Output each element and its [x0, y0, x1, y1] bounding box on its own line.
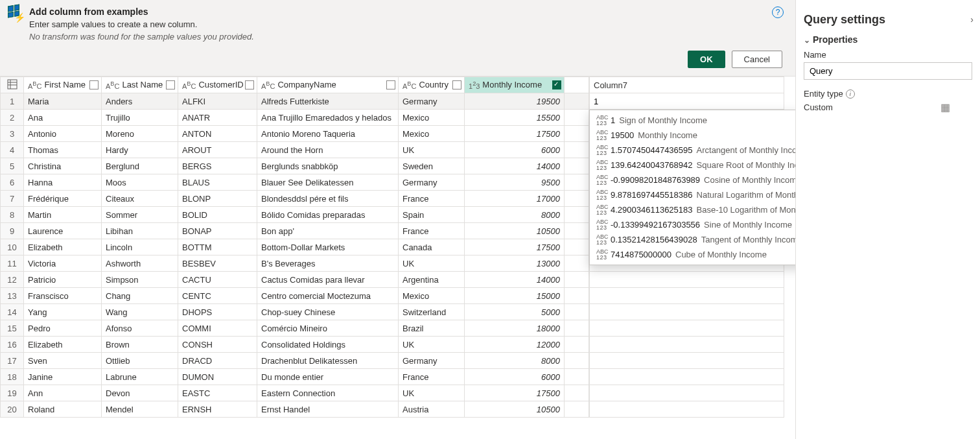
suggestion-item[interactable]: ABC1237414875000000Cube of Monthly Incom… [590, 247, 795, 262]
example-row[interactable] [590, 385, 784, 401]
cell-company-name[interactable]: Bólido Comidas preparadas [257, 207, 399, 223]
cell-monthly-income[interactable]: 15000 [465, 288, 565, 304]
cell-first-name[interactable]: Maria [24, 93, 102, 110]
cell-customer-id[interactable]: COMMI [178, 320, 257, 337]
cell-monthly-income[interactable]: 15500 [465, 110, 565, 126]
example-row[interactable] [590, 353, 784, 369]
example-empty-cell[interactable] [590, 369, 784, 385]
checkbox-first-name[interactable] [89, 80, 99, 89]
cell-first-name[interactable]: Ann [24, 385, 102, 401]
col-new[interactable]: Column7 [590, 77, 784, 93]
cell-customer-id[interactable]: DRACD [178, 353, 257, 369]
table-row[interactable]: 19AnnDevonEASTCEastern ConnectionUK17500 [1, 385, 589, 401]
cell-customer-id[interactable]: CENTC [178, 288, 257, 304]
cell-last-name[interactable]: Ottlieb [102, 353, 178, 369]
cell-monthly-income[interactable]: 17500 [465, 239, 565, 255]
cell-monthly-income[interactable]: 17500 [465, 126, 565, 142]
cell-last-name[interactable]: Ashworth [102, 255, 178, 272]
cell-last-name[interactable]: Citeaux [102, 191, 178, 207]
table-row[interactable]: 7FrédériqueCiteauxBLONPBlondesddsl pére … [1, 191, 589, 207]
cell-monthly-income[interactable]: 6000 [465, 142, 565, 158]
suggestion-item[interactable]: ABC1230.13521428156439028Tangent of Mont… [590, 232, 795, 247]
example-row[interactable] [590, 288, 784, 304]
cell-company-name[interactable]: Bon app' [257, 223, 399, 239]
example-empty-cell[interactable] [590, 272, 784, 288]
cell-monthly-income[interactable]: 19500 [465, 93, 565, 110]
cell-country[interactable]: Mexico [399, 288, 465, 304]
table-row[interactable]: 15PedroAfonsoCOMMIComércio MineiroBrazil… [1, 320, 589, 337]
example-empty-cell[interactable] [590, 401, 784, 418]
expand-icon[interactable]: › [970, 14, 974, 25]
suggestion-item[interactable]: ABC123-0.99098201848763989Cosine of Mont… [590, 172, 795, 187]
table-row[interactable]: 18JanineLabruneDUMONDu monde entierFranc… [1, 369, 589, 385]
cell-last-name[interactable]: Berglund [102, 158, 178, 174]
cell-last-name[interactable]: Labrune [102, 369, 178, 385]
cell-monthly-income[interactable]: 5000 [465, 304, 565, 320]
cell-last-name[interactable]: Brown [102, 337, 178, 353]
cell-monthly-income[interactable]: 18000 [465, 320, 565, 337]
cell-company-name[interactable]: Drachenblut Delikatessen [257, 353, 399, 369]
cell-first-name[interactable]: Yang [24, 304, 102, 320]
cell-company-name[interactable]: Du monde entier [257, 369, 399, 385]
table-row[interactable]: 9LaurenceLibihanBONAPBon app'France10500 [1, 223, 589, 239]
cell-first-name[interactable]: Elizabeth [24, 337, 102, 353]
cell-customer-id[interactable]: ERNSH [178, 401, 257, 418]
cell-customer-id[interactable]: EASTC [178, 385, 257, 401]
cell-company-name[interactable]: Blauer See Delikatessen [257, 174, 399, 191]
table-row[interactable]: 17SvenOttliebDRACDDrachenblut Delikatess… [1, 353, 589, 369]
cell-customer-id[interactable]: BOTTM [178, 239, 257, 255]
cell-first-name[interactable]: Franscisco [24, 288, 102, 304]
suggestion-item[interactable]: ABC1239.8781697445518386Natural Logarith… [590, 187, 795, 202]
cell-customer-id[interactable]: BESBEV [178, 255, 257, 272]
cell-country[interactable]: Canada [399, 239, 465, 255]
cell-country[interactable]: Germany [399, 174, 465, 191]
table-row[interactable]: 3AntonioMorenoANTONAntonio Moreno Taquer… [1, 126, 589, 142]
cell-first-name[interactable]: Frédérique [24, 191, 102, 207]
table-corner-icon[interactable] [1, 77, 24, 93]
cell-last-name[interactable]: Trujillo [102, 110, 178, 126]
suggestion-item[interactable]: ABC1231.5707450447436595Arctangent of Mo… [590, 143, 795, 158]
cell-company-name[interactable]: Berglunds snabbköp [257, 158, 399, 174]
example-empty-cell[interactable] [590, 288, 784, 304]
cell-last-name[interactable]: Afonso [102, 320, 178, 337]
example-empty-cell[interactable] [590, 385, 784, 401]
cell-first-name[interactable]: Patricio [24, 272, 102, 288]
cell-customer-id[interactable]: BLONP [178, 191, 257, 207]
table-row[interactable]: 6HannaMoosBLAUSBlauer See DelikatessenGe… [1, 174, 589, 191]
cell-monthly-income[interactable]: 8000 [465, 353, 565, 369]
table-row[interactable]: 2AnaTrujilloANATRAna Trujillo Emaredados… [1, 110, 589, 126]
table-row[interactable]: 20RolandMendelERNSHErnst HandelAustria10… [1, 401, 589, 418]
example-row[interactable] [590, 320, 784, 337]
cell-last-name[interactable]: Chang [102, 288, 178, 304]
checkbox-last-name[interactable] [166, 80, 175, 89]
cell-country[interactable]: Sweden [399, 158, 465, 174]
table-row[interactable]: 10ElizabethLincolnBOTTMBottom-Dollar Mar… [1, 239, 589, 255]
cell-company-name[interactable]: Antonio Moreno Taqueria [257, 126, 399, 142]
cell-first-name[interactable]: Sven [24, 353, 102, 369]
cell-customer-id[interactable]: DUMON [178, 369, 257, 385]
cell-monthly-income[interactable]: 12000 [465, 337, 565, 353]
cell-first-name[interactable]: Ana [24, 110, 102, 126]
example-input[interactable] [594, 97, 780, 106]
table-row[interactable]: 12PatricioSimpsonCACTUCactus Comidas par… [1, 272, 589, 288]
cell-company-name[interactable]: Eastern Connection [257, 385, 399, 401]
cell-country[interactable]: Spain [399, 207, 465, 223]
info-icon[interactable]: i [846, 89, 855, 99]
table-row[interactable]: 1MariaAndersALFKIAlfreds FutterkisteGerm… [1, 93, 589, 110]
cell-company-name[interactable]: B's Beverages [257, 255, 399, 272]
cell-country[interactable]: UK [399, 337, 465, 353]
suggestion-item[interactable]: ABC1234.2900346113625183Base-10 Logarith… [590, 202, 795, 217]
cell-country[interactable]: Mexico [399, 126, 465, 142]
cancel-button[interactable]: Cancel [732, 51, 782, 68]
cell-last-name[interactable]: Moos [102, 174, 178, 191]
cell-country[interactable]: Mexico [399, 110, 465, 126]
cell-monthly-income[interactable]: 17000 [465, 191, 565, 207]
example-empty-cell[interactable] [590, 337, 784, 353]
cell-customer-id[interactable]: BERGS [178, 158, 257, 174]
suggestion-item[interactable]: ABC12319500Monthly Income [590, 128, 795, 143]
cell-company-name[interactable]: Ana Trujillo Emaredados y helados [257, 110, 399, 126]
cell-country[interactable]: UK [399, 385, 465, 401]
ok-button[interactable]: OK [688, 51, 725, 68]
example-row[interactable] [590, 272, 784, 288]
cell-last-name[interactable]: Anders [102, 93, 178, 110]
